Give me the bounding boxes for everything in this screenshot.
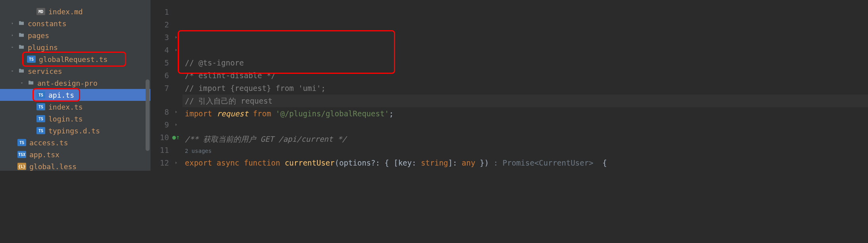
tree-item-label: ant-design-pro [37,79,98,87]
code-token: options: [475,169,516,171]
expand-caret-icon[interactable] [29,92,34,98]
code-token: ; [389,107,394,120]
file-type-icon: TS [36,91,45,98]
expand-caret-icon[interactable] [19,80,25,86]
git-change-marker-icon[interactable]: ●↑ [175,131,182,144]
tree-file-access.ts[interactable]: TSaccess.ts [0,137,150,148]
expand-caret-icon[interactable] [29,104,34,110]
tree-file-index.md[interactable]: MDindex.md [0,6,150,17]
fold-marker[interactable] [175,106,182,118]
code-token: string [421,156,448,169]
expand-caret-icon[interactable] [10,164,15,169]
usages-hint[interactable]: 2 usages [182,145,868,156]
code-token: // @ts-ignore [185,56,244,69]
line-number: 7 [151,82,169,94]
tree-item-label: index.md [48,8,83,16]
code-line[interactable]: // 引入自己的 request [182,94,868,107]
tree-item-label: services [28,67,62,75]
tree-item-label: access.ts [29,139,68,147]
fold-marker[interactable] [175,118,182,131]
fold-marker[interactable] [175,56,182,69]
tree-item-label: login.ts [48,115,83,123]
expand-caret-icon[interactable] [10,44,15,50]
code-lines[interactable]: // @ts-ignore/* eslint-disable */// impo… [182,0,868,171]
code-token: '@/plugins/globalRequest' [276,107,389,120]
code-token: '/api/user/current' [375,169,461,171]
fold-marker[interactable] [175,44,182,56]
fold-marker[interactable] [175,144,182,156]
code-token: // 引入自己的 request [185,94,273,107]
expand-caret-icon[interactable] [10,140,15,145]
line-number: 6 [151,69,169,82]
folder-icon [17,32,25,38]
file-type-icon: TS [27,56,36,63]
expand-caret-icon[interactable] [29,9,34,14]
tree-file-globalRequest.ts[interactable]: TSglobalRequest.ts [0,53,150,65]
expand-caret-icon[interactable] [19,56,25,62]
code-token: request [235,169,267,171]
expand-caret-icon[interactable] [10,21,15,26]
folder-icon [17,67,25,75]
folder-icon [27,79,35,87]
fold-marker[interactable] [175,18,182,31]
editor-area: 123456789101112 ●↑ // @ts-ignore/* eslin… [151,0,868,171]
tree-item-label: global.less [29,162,77,171]
code-line[interactable]: import request from '@/plugins/globalReq… [182,107,868,120]
folder-icon [17,68,25,74]
code-line[interactable]: return request<API.CurrentUser>( url: '/… [182,169,868,171]
fold-marker[interactable] [175,6,182,18]
fold-marker[interactable] [175,69,182,82]
file-type-icon: {L} [17,163,26,170]
code-token: , [462,169,475,171]
code-line[interactable] [182,120,868,133]
tree-folder-constants[interactable]: constants [0,17,150,29]
line-number: 5 [151,56,169,69]
file-type-icon: TS [36,103,45,110]
tree-folder-services[interactable]: services [0,65,150,77]
line-number: 2 [151,18,169,31]
code-token: // import {request} from 'umi'; [185,82,326,94]
code-token: }) [475,156,494,169]
line-number-gutter: 123456789101112 [151,0,175,171]
tree-folder-pages[interactable]: pages [0,29,150,41]
fold-marker[interactable] [175,156,182,169]
line-number: 4 [151,44,169,56]
tree-file-global.less[interactable]: {L}global.less [0,160,150,171]
folder-icon [17,44,25,50]
expand-caret-icon[interactable] [29,116,34,122]
file-type-icon: TSX [17,151,26,158]
code-token: export [185,156,217,169]
code-token: /* eslint-disable */ [185,69,276,82]
expand-caret-icon[interactable] [10,152,15,157]
code-line[interactable]: /** 获取当前的用户 GET /api/current */ [182,133,868,145]
line-number: 3 [151,31,169,44]
tree-folder-ant-design-pro[interactable]: ant-design-pro [0,77,150,89]
tree-file-typings.d.ts[interactable]: TStypings.d.ts [0,125,150,137]
code-token: : Promise<CurrentUser> [494,156,598,169]
tree-item-label: pages [28,31,49,40]
file-type-icon: TS [36,127,45,134]
expand-caret-icon[interactable] [10,33,15,38]
code-token: ?: { [key: [371,156,421,169]
line-number: 10 [151,131,169,144]
tree-item-label: globalRequest.ts [39,55,108,64]
expand-caret-icon[interactable] [29,128,34,133]
sidebar-scrollbar[interactable] [146,79,150,151]
expand-caret-icon[interactable] [10,68,15,74]
code-token: <API.CurrentUser>( [267,169,353,171]
fold-marker[interactable] [175,82,182,94]
code-line[interactable]: export async function currentUser(option… [182,156,868,169]
code-area[interactable]: 123456789101112 ●↑ // @ts-ignore/* eslin… [151,0,868,171]
tree-item-label: plugins [28,43,58,52]
tree-folder-plugins[interactable]: plugins [0,41,150,53]
code-token: (options [335,156,371,169]
code-line[interactable]: // @ts-ignore [182,56,868,69]
tree-file-app.tsx[interactable]: TSXapp.tsx [0,148,150,160]
tree-file-index.ts[interactable]: TSindex.ts [0,101,150,113]
code-token: import [185,107,217,120]
code-line[interactable]: // import {request} from 'umi'; [182,82,868,94]
code-line[interactable]: /* eslint-disable */ [182,69,868,82]
tree-file-api.ts[interactable]: TSapi.ts [0,89,150,101]
tree-file-login.ts[interactable]: TSlogin.ts [0,113,150,125]
fold-marker[interactable] [175,31,182,44]
